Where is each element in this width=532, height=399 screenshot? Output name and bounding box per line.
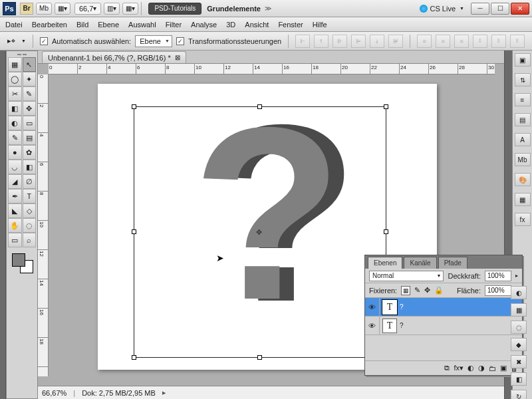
- tool-button[interactable]: ∅: [23, 174, 37, 189]
- tool-button[interactable]: ✂: [8, 86, 22, 101]
- panel-icon[interactable]: ▦: [515, 193, 531, 206]
- align-button[interactable]: ⊩: [295, 35, 310, 48]
- panel-icon[interactable]: ≡: [515, 93, 531, 106]
- layer-group-icon[interactable]: 🗀: [489, 364, 496, 372]
- tab-paths[interactable]: Pfade: [438, 257, 467, 269]
- tool-button[interactable]: ◐: [8, 116, 22, 130]
- ruler-vertical[interactable]: 024681012141618: [38, 74, 49, 376]
- close-tab-icon[interactable]: ⊠: [175, 54, 180, 61]
- tool-button[interactable]: ◣: [8, 203, 22, 218]
- panel-icon[interactable]: ◧: [511, 372, 527, 386]
- tool-button[interactable]: ▭: [8, 233, 22, 247]
- panel-icon[interactable]: fx: [515, 213, 531, 226]
- minimize-button[interactable]: ─: [471, 3, 489, 15]
- menu-item[interactable]: Hilfe: [313, 21, 327, 29]
- tab-layers[interactable]: Ebenen: [368, 257, 402, 269]
- panel-icon[interactable]: ◐: [511, 286, 527, 299]
- tool-button[interactable]: ✥: [23, 101, 37, 116]
- tool-button[interactable]: ◡: [8, 160, 22, 174]
- tool-button[interactable]: ▭: [23, 116, 37, 130]
- mb-button[interactable]: Mb: [36, 3, 52, 15]
- transform-checkbox[interactable]: ✓: [176, 37, 184, 45]
- panel-icon[interactable]: 🎨: [515, 173, 531, 186]
- tool-button[interactable]: ◇: [23, 203, 37, 218]
- tool-button[interactable]: ✋: [8, 218, 22, 233]
- artwork-text[interactable]: ?: [192, 72, 342, 354]
- workspace-psd-button[interactable]: PSD-Tutorials: [148, 3, 201, 15]
- tool-button[interactable]: ◧: [8, 101, 22, 116]
- panel-icon[interactable]: ◌: [511, 321, 527, 334]
- panel-icon[interactable]: A: [515, 133, 531, 146]
- layer-thumbnail[interactable]: T: [382, 319, 397, 333]
- foreground-color[interactable]: [12, 253, 25, 267]
- arrange-button[interactable]: ▥▾: [104, 3, 120, 15]
- cslive-button[interactable]: CS Live▼: [420, 5, 464, 13]
- menu-item[interactable]: Bearbeiten: [32, 21, 67, 29]
- panel-icon[interactable]: ▣: [515, 53, 531, 66]
- tool-button[interactable]: ✒: [8, 189, 22, 203]
- visibility-icon[interactable]: 👁: [365, 298, 380, 316]
- auto-select-checkbox[interactable]: ✓: [40, 37, 48, 45]
- distribute-button[interactable]: ≡: [454, 35, 469, 48]
- panel-icon[interactable]: ✖: [511, 355, 527, 368]
- tool-button[interactable]: ◢: [8, 174, 22, 189]
- screenmode-button[interactable]: ▦▾: [55, 3, 70, 15]
- distribute-button[interactable]: ≡: [436, 35, 450, 48]
- panel-icon[interactable]: Mb: [515, 153, 531, 166]
- align-button[interactable]: ⊪: [332, 35, 347, 48]
- tool-button[interactable]: ✎: [23, 86, 37, 101]
- tool-button[interactable]: ✦: [23, 72, 37, 86]
- tool-button[interactable]: ◧: [23, 160, 37, 174]
- status-zoom[interactable]: 66,67%: [42, 389, 66, 397]
- lock-all-icon[interactable]: 🔒: [434, 286, 444, 295]
- align-button[interactable]: ⫰: [370, 35, 384, 48]
- menu-item[interactable]: Filter: [166, 21, 182, 29]
- distribute-button[interactable]: ⦀: [491, 35, 506, 48]
- align-button[interactable]: ⊯: [388, 35, 403, 48]
- bridge-icon[interactable]: Br: [20, 3, 33, 15]
- status-docsize[interactable]: Dok: 2,75 MB/2,95 MB: [82, 389, 156, 397]
- align-button[interactable]: ⫯: [314, 35, 329, 48]
- tool-button[interactable]: ▦: [8, 57, 22, 72]
- blend-mode-dropdown[interactable]: Normal: [369, 271, 444, 281]
- layer-name[interactable]: ?: [400, 322, 404, 329]
- fill-input[interactable]: 100%: [485, 285, 511, 296]
- zoom-dropdown[interactable]: 66,7 ▾: [74, 3, 101, 15]
- layer-name[interactable]: ?: [400, 303, 404, 311]
- panel-icon[interactable]: ▦: [511, 303, 527, 317]
- lock-transparent[interactable]: ▦: [401, 286, 410, 295]
- more-icon[interactable]: ≫: [265, 5, 271, 12]
- tool-button[interactable]: ◯: [8, 72, 22, 86]
- align-button[interactable]: ⊫: [351, 35, 366, 48]
- tool-button[interactable]: ⌕: [23, 233, 37, 247]
- tool-button[interactable]: ✿: [23, 145, 37, 160]
- close-button[interactable]: ✕: [511, 3, 529, 15]
- distribute-button[interactable]: ⦀: [473, 35, 487, 48]
- tool-button[interactable]: ●: [8, 145, 22, 160]
- workspace-label[interactable]: Grundelemente: [207, 5, 261, 13]
- menu-item[interactable]: 3D: [226, 21, 235, 29]
- tool-button[interactable]: ◌: [23, 218, 37, 233]
- menu-item[interactable]: Analyse: [191, 21, 217, 29]
- panel-icon[interactable]: ⇅: [515, 73, 531, 86]
- layer-fx-icon[interactable]: fx▾: [454, 364, 464, 372]
- menu-item[interactable]: Datei: [5, 21, 23, 29]
- menu-item[interactable]: Ansicht: [245, 21, 269, 29]
- tool-button[interactable]: ▤: [23, 130, 37, 145]
- color-swatches[interactable]: [8, 252, 36, 273]
- tool-button[interactable]: T: [23, 189, 37, 203]
- tool-button[interactable]: ✎: [8, 130, 22, 145]
- distribute-button[interactable]: ≡: [417, 35, 432, 48]
- visibility-icon[interactable]: 👁: [365, 317, 380, 334]
- opacity-input[interactable]: 100%: [485, 271, 511, 281]
- menu-item[interactable]: Fenster: [278, 21, 303, 29]
- menu-item[interactable]: Bild: [76, 21, 88, 29]
- layer-row[interactable]: 👁T?: [365, 298, 522, 317]
- lock-position-icon[interactable]: ✥: [424, 286, 430, 295]
- maximize-button[interactable]: ☐: [491, 3, 509, 15]
- link-layers-icon[interactable]: ⧉: [444, 364, 450, 372]
- lock-image-icon[interactable]: ✎: [414, 286, 420, 295]
- panel-grip[interactable]: [8, 53, 36, 57]
- panel-icon[interactable]: ◆: [511, 338, 527, 351]
- tab-channels[interactable]: Kanäle: [404, 257, 436, 269]
